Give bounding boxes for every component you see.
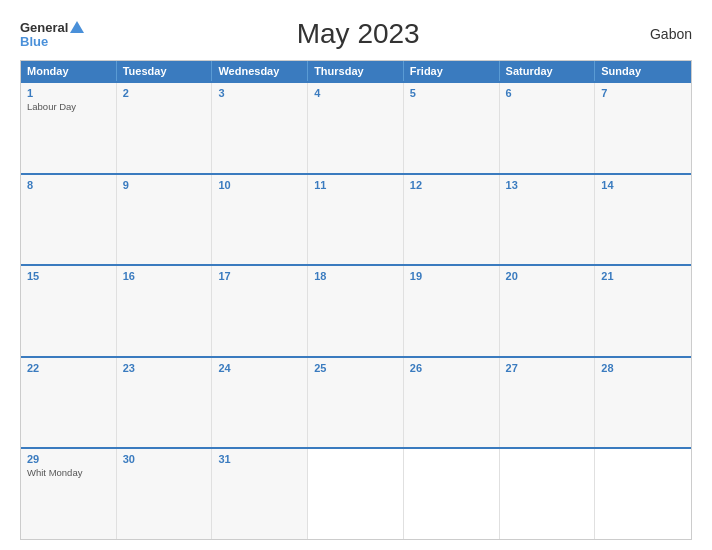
calendar-cell: 19 <box>404 266 500 356</box>
day-number: 18 <box>314 270 397 282</box>
day-number: 3 <box>218 87 301 99</box>
calendar-week-5: 29Whit Monday3031 <box>21 447 691 539</box>
day-number: 9 <box>123 179 206 191</box>
calendar-cell: 2 <box>117 83 213 173</box>
day-number: 1 <box>27 87 110 99</box>
weekday-header-monday: Monday <box>21 61 117 81</box>
calendar-cell <box>404 449 500 539</box>
logo-general: General <box>20 21 68 34</box>
day-number: 15 <box>27 270 110 282</box>
day-number: 2 <box>123 87 206 99</box>
calendar-cell: 18 <box>308 266 404 356</box>
day-event: Whit Monday <box>27 467 110 478</box>
day-number: 23 <box>123 362 206 374</box>
day-number: 7 <box>601 87 685 99</box>
logo-triangle-icon <box>70 21 84 33</box>
weekday-header-saturday: Saturday <box>500 61 596 81</box>
calendar-cell: 26 <box>404 358 500 448</box>
day-number: 14 <box>601 179 685 191</box>
weekday-header-thursday: Thursday <box>308 61 404 81</box>
calendar-cell <box>308 449 404 539</box>
calendar-cell: 12 <box>404 175 500 265</box>
calendar-week-3: 15161718192021 <box>21 264 691 356</box>
calendar-cell: 25 <box>308 358 404 448</box>
day-event: Labour Day <box>27 101 110 112</box>
header: General Blue May 2023 Gabon <box>20 18 692 50</box>
day-number: 21 <box>601 270 685 282</box>
calendar-cell: 20 <box>500 266 596 356</box>
calendar-cell: 21 <box>595 266 691 356</box>
calendar-cell: 24 <box>212 358 308 448</box>
day-number: 25 <box>314 362 397 374</box>
day-number: 5 <box>410 87 493 99</box>
day-number: 19 <box>410 270 493 282</box>
calendar-cell: 27 <box>500 358 596 448</box>
calendar-cell: 31 <box>212 449 308 539</box>
day-number: 31 <box>218 453 301 465</box>
calendar-week-4: 22232425262728 <box>21 356 691 448</box>
calendar-cell: 3 <box>212 83 308 173</box>
calendar-header: MondayTuesdayWednesdayThursdayFridaySatu… <box>21 61 691 81</box>
day-number: 6 <box>506 87 589 99</box>
logo-blue: Blue <box>20 35 48 48</box>
weekday-header-sunday: Sunday <box>595 61 691 81</box>
day-number: 12 <box>410 179 493 191</box>
calendar-cell: 7 <box>595 83 691 173</box>
calendar-cell <box>500 449 596 539</box>
logo: General Blue <box>20 21 84 48</box>
calendar: MondayTuesdayWednesdayThursdayFridaySatu… <box>20 60 692 540</box>
calendar-title: May 2023 <box>84 18 632 50</box>
calendar-cell: 17 <box>212 266 308 356</box>
calendar-cell: 10 <box>212 175 308 265</box>
day-number: 10 <box>218 179 301 191</box>
day-number: 26 <box>410 362 493 374</box>
calendar-cell: 9 <box>117 175 213 265</box>
calendar-cell <box>595 449 691 539</box>
calendar-cell: 30 <box>117 449 213 539</box>
calendar-week-1: 1Labour Day234567 <box>21 81 691 173</box>
day-number: 16 <box>123 270 206 282</box>
calendar-body: 1Labour Day23456789101112131415161718192… <box>21 81 691 539</box>
weekday-header-friday: Friday <box>404 61 500 81</box>
day-number: 22 <box>27 362 110 374</box>
calendar-cell: 16 <box>117 266 213 356</box>
calendar-cell: 1Labour Day <box>21 83 117 173</box>
day-number: 8 <box>27 179 110 191</box>
calendar-cell: 13 <box>500 175 596 265</box>
calendar-cell: 23 <box>117 358 213 448</box>
weekday-header-wednesday: Wednesday <box>212 61 308 81</box>
calendar-cell: 8 <box>21 175 117 265</box>
calendar-cell: 22 <box>21 358 117 448</box>
page: General Blue May 2023 Gabon MondayTuesda… <box>0 0 712 550</box>
calendar-week-2: 891011121314 <box>21 173 691 265</box>
weekday-header-tuesday: Tuesday <box>117 61 213 81</box>
day-number: 13 <box>506 179 589 191</box>
day-number: 28 <box>601 362 685 374</box>
calendar-cell: 15 <box>21 266 117 356</box>
day-number: 20 <box>506 270 589 282</box>
day-number: 4 <box>314 87 397 99</box>
calendar-cell: 6 <box>500 83 596 173</box>
day-number: 11 <box>314 179 397 191</box>
calendar-cell: 28 <box>595 358 691 448</box>
country-label: Gabon <box>632 26 692 42</box>
day-number: 24 <box>218 362 301 374</box>
day-number: 29 <box>27 453 110 465</box>
calendar-cell: 29Whit Monday <box>21 449 117 539</box>
calendar-cell: 4 <box>308 83 404 173</box>
calendar-cell: 14 <box>595 175 691 265</box>
calendar-cell: 11 <box>308 175 404 265</box>
day-number: 30 <box>123 453 206 465</box>
day-number: 17 <box>218 270 301 282</box>
day-number: 27 <box>506 362 589 374</box>
calendar-cell: 5 <box>404 83 500 173</box>
